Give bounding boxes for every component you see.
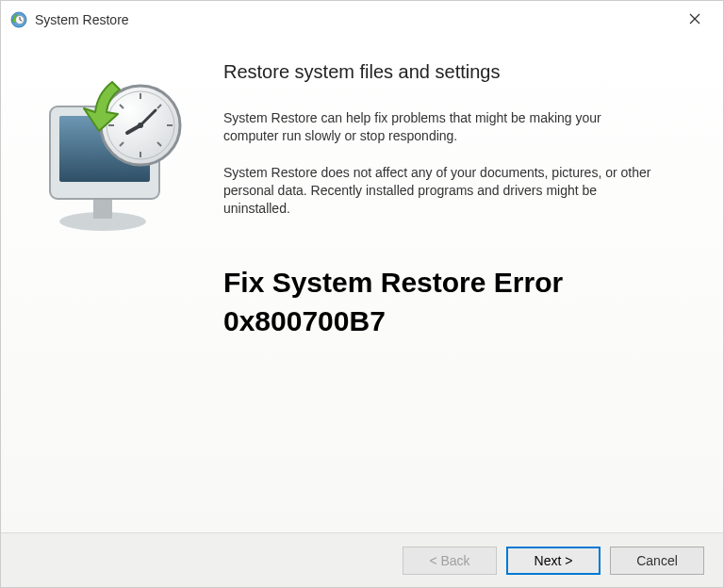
svg-rect-7	[93, 198, 112, 219]
description-paragraph-2: System Restore does not affect any of yo…	[223, 164, 657, 218]
svg-point-23	[138, 122, 143, 128]
next-button[interactable]: Next >	[506, 547, 601, 575]
close-button[interactable]	[674, 6, 716, 34]
system-restore-icon	[10, 11, 27, 28]
content-area: Restore system files and settings System…	[1, 39, 723, 532]
cancel-button[interactable]: Cancel	[610, 547, 704, 575]
error-overlay-text: Fix System Restore Error 0x800700B7	[223, 264, 657, 340]
page-heading: Restore system files and settings	[223, 61, 685, 83]
description-paragraph-1: System Restore can help fix problems tha…	[223, 109, 657, 145]
window-title: System Restore	[35, 12, 674, 27]
wizard-footer: < Back Next > Cancel	[1, 532, 723, 587]
close-icon	[689, 11, 700, 28]
titlebar: System Restore	[1, 1, 723, 39]
system-restore-window: System Restore	[0, 0, 724, 588]
back-button: < Back	[403, 547, 497, 575]
main-pane: Restore system files and settings System…	[218, 52, 723, 532]
restore-monitor-clock-icon	[29, 71, 199, 240]
illustration-pane	[1, 52, 218, 532]
